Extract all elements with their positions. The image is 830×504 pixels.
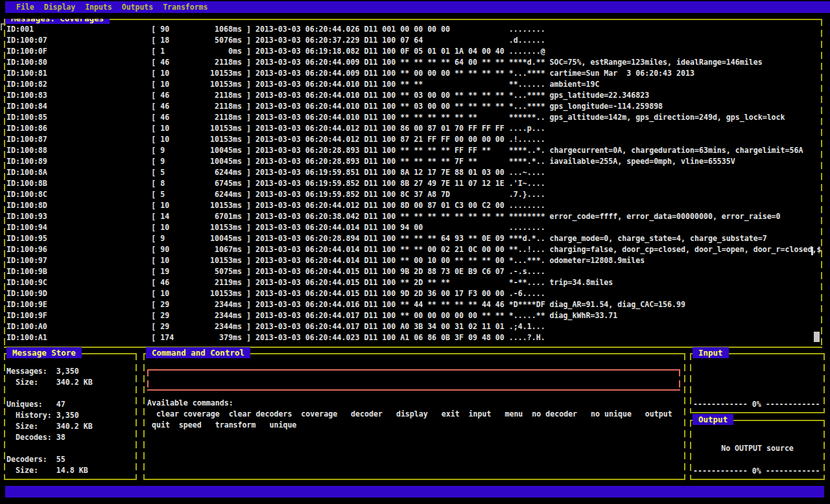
message-row[interactable]: ID:100:8A [ 5 6244ms ] 2013-03-03 06:19:… [6, 167, 821, 178]
message-row[interactable]: ID:100:84 [ 46 2118ms ] 2013-03-03 06:20… [6, 101, 821, 112]
store-blank-line [6, 443, 93, 454]
store-stat-line: Messages: 3,350 [6, 366, 93, 377]
output-source-message: No OUTPUT source [690, 443, 825, 454]
store-stat-line: Decodes: 38 [6, 432, 93, 443]
message-store-panel: Message Store Messages: 3,350 Size: 340.… [4, 353, 137, 480]
canibus-terminal-screen: FileDisplayInputsOutputsTransforms Messa… [0, 0, 830, 504]
store-stat-line: Uniques: 47 [6, 399, 93, 410]
message-row[interactable]: ID:100:93 [ 14 6701ms ] 2013-03-03 06:20… [6, 211, 821, 222]
store-stat-line: Decoders: 55 [6, 454, 93, 465]
message-row[interactable]: ID:100:88 [ 9 10045ms ] 2013-03-03 06:20… [6, 145, 821, 156]
line-truncation-bar [811, 247, 813, 255]
messages-window: Messages: Coverages ID:001 [ 90 1068ms ]… [4, 19, 822, 348]
messages-window-title: Messages: Coverages [5, 19, 110, 24]
message-row[interactable]: ID:100:82 [ 10 10153ms ] 2013-03-03 06:2… [6, 79, 821, 90]
message-row[interactable]: ID:100:9E [ 29 2344ms ] 2013-03-03 06:20… [6, 299, 821, 310]
message-row[interactable]: ID:100:8C [ 5 6244ms ] 2013-03-03 06:19:… [6, 189, 821, 200]
message-row[interactable]: ID:100:8D [ 10 10153ms ] 2013-03-03 06:2… [6, 200, 821, 211]
scrollbar-thumb[interactable] [814, 332, 820, 342]
message-row[interactable]: ID:100:8B [ 8 6745ms ] 2013-03-03 06:19:… [6, 178, 821, 189]
menu-item-file[interactable]: File [16, 2, 34, 13]
message-row[interactable]: ID:100:A1 [ 174 379ms ] 2013-03-03 06:20… [6, 332, 821, 343]
available-commands-row-2: quit speed transform unique [147, 420, 296, 431]
menu-item-outputs[interactable]: Outputs [122, 2, 153, 13]
message-row[interactable]: ID:100:89 [ 9 10045ms ] 2013-03-03 06:20… [6, 156, 821, 167]
status-bar [5, 486, 824, 498]
message-row[interactable]: ID:100:80 [ 46 2118ms ] 2013-03-03 06:20… [6, 57, 821, 68]
message-row[interactable]: ID:100:9C [ 46 2119ms ] 2013-03-03 06:20… [6, 277, 821, 288]
command-input[interactable] [147, 369, 680, 391]
input-panel: Input ------------ 0% ------------ [690, 353, 825, 413]
store-stat-line: Size: 14.8 KB [6, 465, 93, 476]
available-commands-label: Available commands: [147, 398, 233, 409]
message-row[interactable]: ID:100:95 [ 9 10045ms ] 2013-03-03 06:20… [6, 233, 821, 244]
message-row[interactable]: ID:100:96 [ 90 1067ms ] 2013-03-03 06:20… [6, 244, 821, 255]
menu-item-transforms[interactable]: Transforms [163, 2, 208, 13]
input-progress: ------------ 0% ------------ [693, 399, 820, 410]
store-stat-line: Size: 340.2 KB [6, 377, 93, 388]
store-stat-line: Size: 340.2 KB [6, 421, 93, 432]
message-list: ID:001 [ 90 1068ms ] 2013-03-03 06:20:44… [6, 24, 821, 343]
message-row[interactable]: ID:100:9B [ 19 5075ms ] 2013-03-03 06:20… [6, 266, 821, 277]
output-panel: Output No OUTPUT source ------------ 0% … [690, 420, 825, 480]
command-and-control-panel: Command and Control Available commands: … [143, 353, 685, 480]
message-row[interactable]: ID:100:A0 [ 29 2344ms ] 2013-03-03 06:20… [6, 321, 821, 332]
store-blank-line [6, 388, 93, 399]
menu-bar: FileDisplayInputsOutputsTransforms [5, 1, 830, 13]
message-row[interactable]: ID:100:85 [ 46 2118ms ] 2013-03-03 06:20… [6, 112, 821, 123]
output-panel-title: Output [693, 414, 733, 425]
output-progress: ------------ 0% ------------ [693, 466, 820, 477]
message-row[interactable]: ID:100:9D [ 10 10153ms ] 2013-03-03 06:2… [6, 288, 821, 299]
message-row[interactable]: ID:100:81 [ 10 10153ms ] 2013-03-03 06:2… [6, 68, 821, 79]
message-store-title: Message Store [6, 347, 82, 358]
message-row[interactable]: ID:100:87 [ 10 10153ms ] 2013-03-03 06:2… [6, 134, 821, 145]
message-row[interactable]: ID:100:07 [ 18 5076ms ] 2013-03-03 06:20… [6, 35, 821, 46]
menu-item-inputs[interactable]: Inputs [85, 2, 112, 13]
message-row[interactable]: ID:001 [ 90 1068ms ] 2013-03-03 06:20:44… [6, 24, 821, 35]
message-row[interactable]: ID:100:83 [ 46 2118ms ] 2013-03-03 06:20… [6, 90, 821, 101]
menu-item-display[interactable]: Display [44, 2, 75, 13]
message-row[interactable]: ID:100:9F [ 29 2344ms ] 2013-03-03 06:20… [6, 310, 821, 321]
message-row[interactable]: ID:100:86 [ 10 10153ms ] 2013-03-03 06:2… [6, 123, 821, 134]
command-and-control-title: Command and Control [146, 347, 250, 358]
store-stat-line: History: 3,350 [6, 410, 93, 421]
message-store-stats: Messages: 3,350 Size: 340.2 KBUniques: 4… [6, 366, 93, 476]
message-row[interactable]: ID:100:97 [ 10 10153ms ] 2013-03-03 06:2… [6, 255, 821, 266]
input-panel-title: Input [693, 347, 729, 358]
message-row[interactable]: ID:100:94 [ 10 10153ms ] 2013-03-03 06:2… [6, 222, 821, 233]
available-commands-row-1: clear coverage clear decoders coverage d… [147, 409, 672, 420]
message-row[interactable]: ID:100:0F [ 1 0ms ] 2013-03-03 06:19:18.… [6, 46, 821, 57]
